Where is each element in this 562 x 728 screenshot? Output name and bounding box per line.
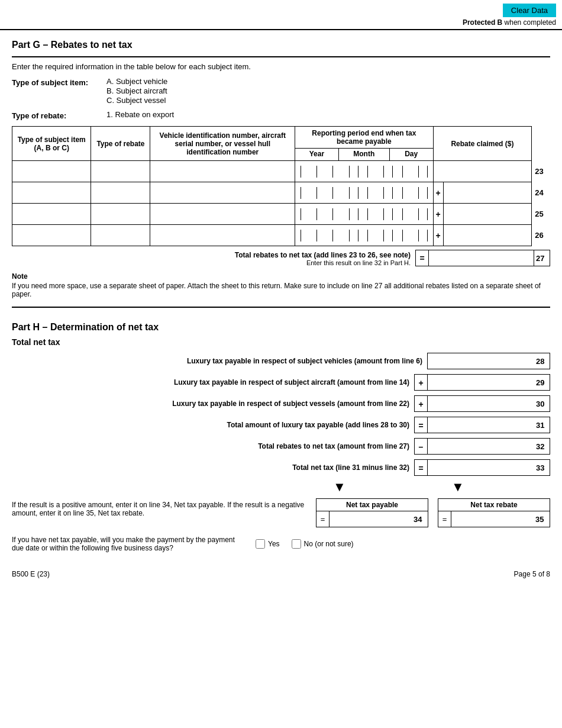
type-subject-label: Type of subject item: — [12, 77, 106, 105]
net-rebate-input[interactable] — [451, 511, 534, 527]
line-32-input[interactable] — [428, 439, 534, 454]
row25-operator-cell: + — [433, 204, 532, 225]
row26-type-rebate[interactable] — [91, 225, 150, 246]
row23-date-tick2 — [316, 166, 326, 178]
row25-vehicle-id[interactable] — [150, 204, 295, 225]
payment-no-option[interactable]: No (or not sure) — [292, 539, 354, 549]
row23-date-tick8 — [418, 166, 428, 178]
line-33-operator: = — [414, 459, 427, 476]
row26-type-rebate-input[interactable] — [94, 229, 147, 242]
row26-rebate-input[interactable] — [444, 225, 532, 246]
row24-type-rebate-input[interactable] — [94, 186, 147, 199]
row26-type-subject[interactable] — [12, 225, 91, 246]
page-footer: B500 E (23) Page 5 of 8 — [0, 564, 562, 584]
line-32-input-box[interactable] — [427, 438, 534, 455]
payment-question-row: If you have net tax payable, will you ma… — [12, 536, 550, 552]
row23-vehicle-id[interactable] — [150, 161, 295, 182]
line-30-operator: + — [414, 395, 427, 412]
net-payable-input[interactable] — [330, 511, 412, 527]
total-row-27: Total rebates to net tax (add lines 23 t… — [12, 250, 550, 266]
line-row-33: Total net tax (line 31 minus line 32) = … — [12, 459, 550, 476]
row24-date-cell — [295, 182, 433, 204]
payment-no-checkbox[interactable] — [292, 539, 301, 549]
row24-line-num: 24 — [532, 182, 550, 204]
row25-type-rebate[interactable] — [91, 204, 150, 225]
part-h-title: Part H – Determination of net tax — [12, 322, 550, 333]
line-row-30: Luxury tax payable in respect of subject… — [12, 395, 550, 412]
type-subject-values: A. Subject vehicle B. Subject aircraft C… — [106, 77, 550, 105]
line-29-operator: + — [414, 374, 427, 391]
page-header: Clear Data Protected B when completed — [0, 0, 562, 30]
line-32-operator: – — [414, 438, 427, 455]
month-header: Month — [338, 149, 389, 161]
row23-type-subject-input[interactable] — [15, 165, 88, 178]
row24-operator: + — [434, 188, 443, 198]
line-33-input-box[interactable] — [427, 459, 534, 476]
total-27-input-box[interactable] — [428, 250, 534, 266]
payment-yes-option[interactable]: Yes — [256, 539, 280, 549]
type-rebate-1: 1. Rebate on export — [106, 110, 550, 119]
net-tax-boxes: Net tax payable = 34 Net tax rebate = — [316, 498, 550, 527]
net-payable-field[interactable] — [329, 511, 412, 527]
clear-data-button[interactable]: Clear Data — [503, 4, 556, 17]
part-h-section: Part H – Determination of net tax Total … — [0, 322, 562, 552]
payment-yes-checkbox[interactable] — [256, 539, 265, 549]
row24-rebate-input[interactable] — [444, 182, 532, 203]
row25-vehicle-id-input[interactable] — [153, 208, 292, 221]
line-30-input-box[interactable] — [427, 395, 534, 412]
part-h-subtitle: Total net tax — [12, 337, 550, 347]
row23-type-rebate[interactable] — [91, 161, 150, 182]
part-g-section: Part G – Rebates to net tax Enter the re… — [12, 40, 550, 298]
row26-vehicle-id[interactable] — [150, 225, 295, 246]
row23-vehicle-id-input[interactable] — [153, 165, 292, 178]
line-31-input-box[interactable] — [427, 417, 534, 433]
line-28-input-box[interactable] — [427, 353, 534, 369]
row24-type-subject-input[interactable] — [15, 186, 88, 199]
header-right: Clear Data Protected B when completed — [463, 4, 556, 27]
note-title: Note — [12, 272, 550, 281]
line-30-input[interactable] — [428, 396, 534, 411]
line-row-32: Total rebates to net tax (amount from li… — [12, 438, 550, 455]
note-text: If you need more space, use a separate s… — [12, 282, 550, 298]
type-subject-grid: Type of subject item: A. Subject vehicle… — [12, 77, 550, 105]
net-rebate-field[interactable] — [451, 511, 534, 527]
row23-type-subject[interactable] — [12, 161, 91, 182]
line-29-input[interactable] — [428, 375, 534, 390]
row23-rebate-input[interactable] — [437, 165, 529, 178]
row23-line-num: 23 — [532, 161, 550, 182]
line-33-num: 33 — [534, 459, 550, 476]
row26-type-subject-input[interactable] — [15, 229, 88, 242]
row23-type-rebate-input[interactable] — [94, 165, 147, 178]
line-29-label: Luxury tax payable in respect of subject… — [12, 378, 414, 386]
row25-type-subject[interactable] — [12, 204, 91, 225]
total-27-input[interactable] — [429, 250, 534, 266]
line-33-input[interactable] — [428, 460, 534, 475]
row24-type-subject[interactable] — [12, 182, 91, 204]
payment-question-text: If you have net tax payable, will you ma… — [12, 536, 248, 552]
row25-rebate-input[interactable] — [444, 204, 532, 224]
row26-vehicle-id-input[interactable] — [153, 229, 292, 242]
table-row-23: 23 — [12, 161, 551, 182]
row26-date-cell — [295, 225, 433, 246]
row23-date-tick6 — [383, 166, 393, 178]
part-g-divider — [12, 56, 550, 57]
row23-date-tick5 — [367, 166, 377, 178]
row23-date-tick4 — [349, 166, 358, 178]
line-row-29: Luxury tax payable in respect of subject… — [12, 374, 550, 391]
line-28-input[interactable] — [428, 353, 534, 369]
row24-vehicle-id-input[interactable] — [153, 186, 292, 199]
line-32-num: 32 — [534, 438, 550, 455]
total-27-label: Total rebates to net tax (add lines 23 t… — [12, 251, 415, 266]
row25-type-rebate-input[interactable] — [94, 208, 147, 221]
footer-left: B500 E (23) — [12, 570, 50, 578]
line-28-num: 28 — [534, 353, 550, 369]
row23-rebate[interactable] — [433, 161, 532, 182]
line-29-input-box[interactable] — [427, 374, 534, 391]
row25-type-subject-input[interactable] — [15, 208, 88, 221]
row24-vehicle-id[interactable] — [150, 182, 295, 204]
payment-no-label: No (or not sure) — [304, 540, 354, 548]
payment-options: Yes No (or not sure) — [256, 539, 354, 549]
line-31-input[interactable] — [428, 417, 534, 433]
row24-type-rebate[interactable] — [91, 182, 150, 204]
net-tax-section: If the result is a positive amount, ente… — [12, 498, 550, 527]
